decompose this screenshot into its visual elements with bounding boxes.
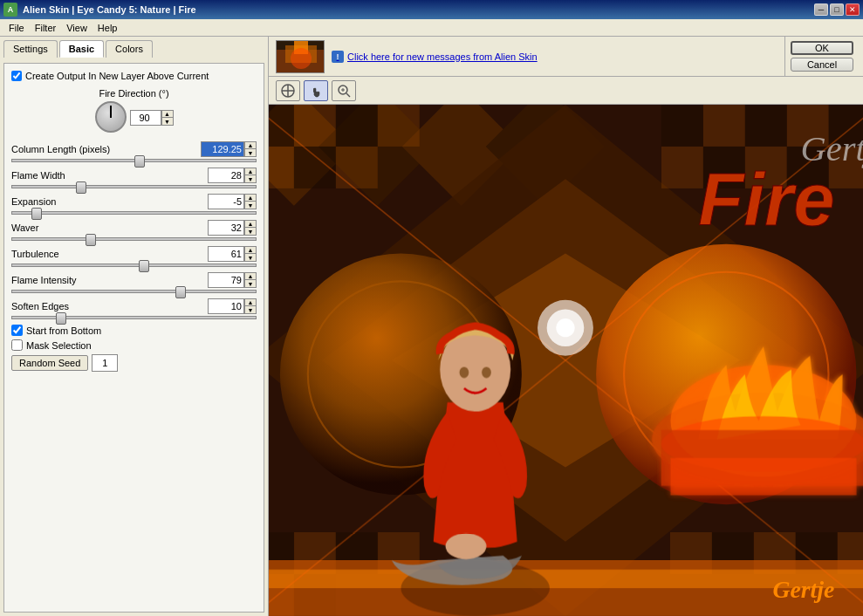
left-panel: Settings Basic Colors Create Output In N… — [0, 37, 269, 616]
close-button[interactable]: ✕ — [846, 3, 860, 16]
waver-thumb[interactable] — [86, 234, 96, 246]
random-seed-input[interactable] — [92, 354, 118, 372]
waver-down[interactable]: ▼ — [244, 228, 257, 236]
zoom-tool-button[interactable] — [332, 80, 356, 101]
svg-line-10 — [346, 93, 350, 97]
svg-rect-21 — [269, 105, 294, 147]
turbulence-up[interactable]: ▲ — [244, 246, 257, 254]
waver-up[interactable]: ▲ — [244, 220, 257, 228]
flame-intensity-row: Flame Intensity ▲ ▼ — [11, 272, 257, 293]
soften-edges-track — [11, 316, 257, 319]
expansion-row: Expansion ▲ ▼ — [11, 194, 257, 215]
ok-button[interactable]: OK — [791, 41, 853, 55]
svg-text:Gertje: Gertje — [773, 576, 835, 603]
svg-rect-30 — [745, 105, 787, 147]
title-bar: A Alien Skin | Eye Candy 5: Nature | Fir… — [0, 0, 863, 19]
bottom-controls: Start from Bottom Mask Selection Random … — [11, 325, 257, 372]
flame-intensity-input[interactable] — [208, 272, 244, 288]
mask-selection-checkbox[interactable] — [11, 339, 23, 351]
random-seed-button[interactable]: Random Seed — [11, 355, 88, 371]
svg-rect-8 — [313, 88, 315, 92]
tab-content-basic: Create Output In New Layer Above Current… — [3, 63, 264, 613]
flame-intensity-thumb[interactable] — [175, 286, 186, 298]
title-text: Alien Skin | Eye Candy 5: Nature | Fire — [23, 4, 196, 15]
menu-filter[interactable]: Filter — [30, 21, 61, 35]
waver-spinner-btns: ▲ ▼ — [244, 220, 257, 236]
fire-direction-input[interactable] — [130, 110, 161, 126]
fire-direction-down[interactable]: ▼ — [161, 118, 174, 126]
flame-width-row: Flame Width ▲ ▼ — [11, 168, 257, 188]
soften-edges-spinner: ▲ ▼ — [208, 298, 257, 314]
svg-rect-25 — [269, 147, 294, 188]
maximize-button[interactable]: □ — [830, 3, 844, 16]
soften-edges-thumb[interactable] — [56, 312, 66, 325]
ok-cancel-area: OK Cancel — [784, 37, 863, 76]
turbulence-down[interactable]: ▼ — [244, 254, 257, 262]
news-link[interactable]: ! Click here for new messages from Alien… — [332, 51, 538, 63]
flame-intensity-down[interactable]: ▼ — [244, 280, 257, 288]
svg-point-74 — [482, 366, 491, 378]
random-seed-row: Random Seed — [11, 354, 257, 372]
flame-width-spinner-btns: ▲ ▼ — [244, 168, 257, 183]
news-icon: ! — [332, 51, 344, 63]
expansion-input[interactable] — [208, 194, 244, 209]
column-length-thumb[interactable] — [134, 155, 145, 168]
soften-edges-up[interactable]: ▲ — [244, 298, 257, 306]
flame-width-up[interactable]: ▲ — [244, 168, 257, 175]
turbulence-label: Turbulence — [11, 249, 59, 259]
turbulence-thumb[interactable] — [139, 260, 149, 272]
expansion-thumb[interactable] — [31, 208, 42, 220]
soften-edges-label: Soften Edges — [11, 301, 69, 311]
hand-icon — [308, 83, 324, 99]
svg-rect-33 — [661, 147, 703, 188]
fire-direction-section: Fire Direction (°) ▲ ▼ — [11, 88, 257, 133]
cancel-button[interactable]: Cancel — [791, 58, 853, 72]
column-length-label: Column Length (pixels) — [11, 144, 110, 154]
right-wrapper: ! Click here for new messages from Alien… — [269, 37, 863, 616]
svg-point-73 — [460, 366, 469, 378]
pan-tool-button[interactable] — [276, 80, 300, 101]
turbulence-row: Turbulence ▲ ▼ — [11, 246, 257, 267]
fire-direction-up[interactable]: ▲ — [161, 110, 174, 118]
tab-colors[interactable]: Colors — [106, 40, 153, 58]
create-output-row: Create Output In New Layer Above Current — [11, 71, 257, 81]
tab-settings[interactable]: Settings — [3, 40, 58, 58]
tab-basic[interactable]: Basic — [59, 40, 104, 58]
preview-area: Fire Gertje Gertje — [269, 105, 863, 616]
svg-rect-28 — [661, 105, 703, 147]
menu-bar: File Filter View Help — [0, 19, 863, 37]
create-output-checkbox[interactable] — [11, 71, 22, 81]
fire-direction-spinner: ▲ ▼ — [130, 110, 174, 126]
flame-intensity-up[interactable]: ▲ — [244, 272, 257, 280]
column-length-down[interactable]: ▼ — [244, 149, 257, 157]
fire-direction-dial[interactable] — [95, 101, 127, 133]
menu-file[interactable]: File — [3, 21, 30, 35]
expansion-label: Expansion — [11, 196, 56, 207]
turbulence-input[interactable] — [208, 246, 244, 262]
minimize-button[interactable]: ─ — [814, 3, 828, 16]
waver-track — [11, 237, 257, 241]
start-from-bottom-checkbox[interactable] — [11, 325, 23, 336]
expansion-up[interactable]: ▲ — [244, 194, 257, 202]
soften-edges-down[interactable]: ▼ — [244, 306, 257, 314]
soften-edges-spinner-btns: ▲ ▼ — [244, 298, 257, 314]
column-length-up[interactable]: ▲ — [244, 141, 257, 149]
expansion-down[interactable]: ▼ — [244, 202, 257, 209]
column-length-row: Column Length (pixels) ▲ ▼ — [11, 141, 257, 162]
soften-edges-row: Soften Edges ▲ ▼ — [11, 298, 257, 319]
pan-icon — [280, 83, 296, 99]
column-length-input[interactable] — [201, 141, 244, 157]
flame-width-input[interactable] — [208, 168, 244, 183]
fire-direction-spinner-btns: ▲ ▼ — [161, 110, 174, 126]
hand-tool-button[interactable] — [304, 80, 328, 101]
menu-help[interactable]: Help — [92, 21, 123, 35]
column-length-spinner: ▲ ▼ — [201, 141, 257, 157]
waver-input[interactable] — [208, 220, 244, 236]
menu-view[interactable]: View — [61, 21, 92, 35]
flame-width-down[interactable]: ▼ — [244, 175, 257, 183]
flame-width-thumb[interactable] — [76, 181, 86, 194]
expansion-track — [11, 211, 257, 215]
main-layout: Settings Basic Colors Create Output In N… — [0, 37, 863, 616]
soften-edges-input[interactable] — [208, 298, 244, 314]
svg-text:Gertje: Gertje — [801, 129, 863, 168]
